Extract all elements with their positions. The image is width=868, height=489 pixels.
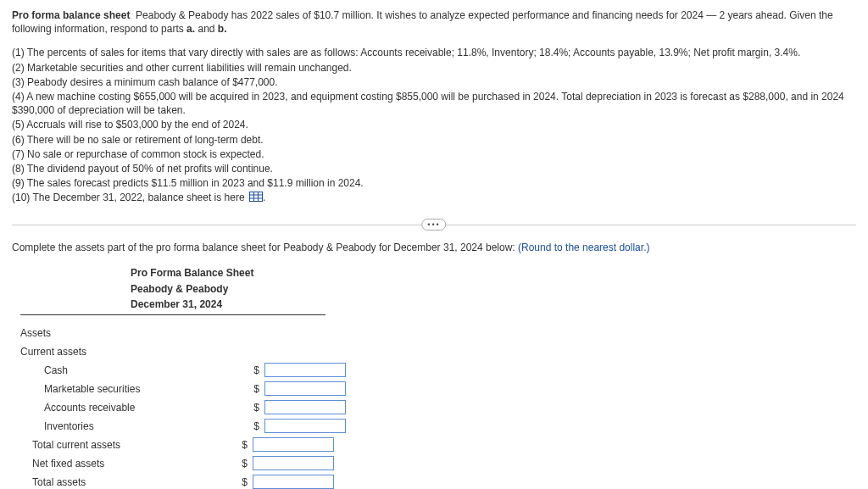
sheet-company: Peabody & Peabody [131,282,856,296]
instruction-text: Complete the assets part of the pro form… [12,241,856,254]
currency-symbol: $ [236,438,248,452]
label-net-fixed-assets: Net fixed assets [20,457,236,470]
currency-symbol: $ [248,364,259,377]
intro-body-b: a. [186,23,195,35]
assumption-2: (2) Marketable securities and other curr… [12,61,856,75]
assets-heading-row: Assets [20,324,856,342]
assumption-6: (6) There will be no sale or retirement … [12,133,856,147]
input-accounts-receivable[interactable] [264,400,346,414]
svg-rect-0 [249,192,262,201]
sheet-header: Pro Forma Balance Sheet Peabody & Peabod… [131,266,856,311]
assumption-8: (8) The dividend payout of 50% of net pr… [12,162,856,175]
expand-ellipsis-button[interactable]: ••• [421,219,446,231]
row-marketable-securities: Marketable securities $ [20,380,856,398]
label-total-assets: Total assets [20,475,236,489]
section-separator: ••• [12,220,856,229]
rounding-note: (Round to the nearest dollar.) [518,242,649,253]
assumption-9: (9) The sales forecast predicts $11.5 mi… [12,176,856,190]
row-accounts-receivable: Accounts receivable $ [20,398,856,417]
sheet-date: December 31, 2024 [131,297,856,311]
intro-title: Pro forma balance sheet [12,9,130,21]
current-assets-heading-row: Current assets [20,342,856,361]
pro-forma-sheet: Pro Forma Balance Sheet Peabody & Peabod… [20,266,856,489]
row-net-fixed-assets: Net fixed assets $ [20,454,856,473]
intro-body-a: Peabody & Peabody has 2022 sales of $10.… [12,9,833,35]
currency-symbol: $ [248,401,259,414]
intro-body-d: b. [218,23,227,35]
row-inventories: Inventories $ [20,417,856,436]
input-total-current-assets[interactable] [253,437,334,452]
input-marketable-securities[interactable] [264,381,346,396]
header-rule [20,314,326,315]
currency-symbol: $ [236,457,248,470]
assumption-4: (4) A new machine costing $655,000 will … [12,90,856,117]
label-accounts-receivable: Accounts receivable [20,401,248,414]
assumption-1: (1) The percents of sales for items that… [12,46,856,59]
currency-symbol: $ [248,420,259,433]
assumption-5: (5) Accruals will rise to $503,000 by th… [12,118,856,131]
row-cash: Cash $ [20,361,856,380]
row-total-current-assets: Total current assets $ [20,436,856,454]
sheet-title: Pro Forma Balance Sheet [131,266,856,280]
currency-symbol: $ [236,475,248,489]
label-inventories: Inventories [20,420,248,433]
assets-heading: Assets [20,326,224,340]
instruction-main: Complete the assets part of the pro form… [12,242,518,253]
current-assets-heading: Current assets [20,345,224,358]
input-inventories[interactable] [264,419,346,433]
label-cash: Cash [20,364,248,377]
assumption-10-text: (10) The December 31, 2022, balance shee… [12,192,248,203]
assumption-3: (3) Peabody desires a minimum cash balan… [12,75,856,89]
assumption-10-period: . [263,192,265,203]
assumption-7: (7) No sale or repurchase of common stoc… [12,147,856,161]
currency-symbol: $ [248,382,259,396]
problem-intro: Pro forma balance sheet Peabody & Peabod… [12,8,856,36]
row-total-assets: Total assets $ [20,473,856,489]
assumption-10: (10) The December 31, 2022, balance shee… [12,191,856,205]
table-icon[interactable] [249,192,263,205]
assumptions-list: (1) The percents of sales for items that… [12,46,856,205]
input-cash[interactable] [264,363,346,377]
label-marketable-securities: Marketable securities [20,382,248,396]
input-net-fixed-assets[interactable] [253,456,334,470]
intro-body-c: and [195,23,218,35]
label-total-current-assets: Total current assets [20,438,236,452]
input-total-assets[interactable] [253,475,334,489]
